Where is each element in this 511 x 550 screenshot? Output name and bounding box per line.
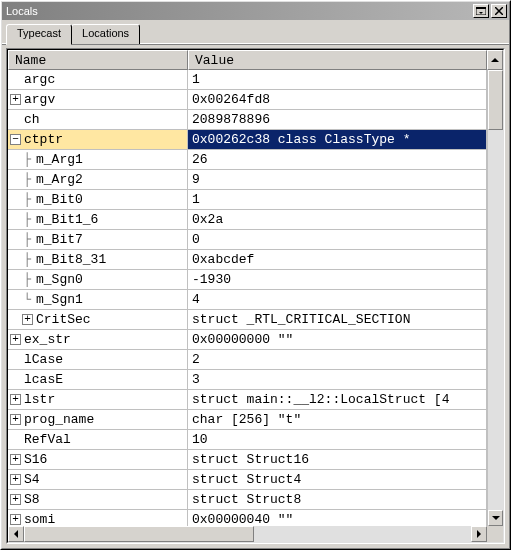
variable-row[interactable]: lcasE3 — [8, 370, 487, 390]
variable-row[interactable]: +CritSecstruct _RTL_CRITICAL_SECTION — [8, 310, 487, 330]
value-cell[interactable]: 0x2a — [188, 210, 487, 230]
variable-row[interactable]: ├m_Bit01 — [8, 190, 487, 210]
value-cell[interactable]: 3 — [188, 370, 487, 390]
variable-row[interactable]: ├m_Arg29 — [8, 170, 487, 190]
value-cell[interactable]: 2 — [188, 350, 487, 370]
variable-name: S8 — [24, 492, 187, 507]
value-cell[interactable]: 26 — [188, 150, 487, 170]
tree-branch-icon: ├ — [22, 152, 33, 167]
vscroll-track[interactable] — [488, 70, 503, 510]
value-cell[interactable]: 0x00262c38 class ClassType * — [188, 130, 487, 150]
scroll-left-button[interactable] — [8, 526, 24, 542]
variable-name: ctptr — [24, 132, 187, 147]
variable-row[interactable]: ├m_Sgn0-1930 — [8, 270, 487, 290]
value-cell[interactable]: 9 — [188, 170, 487, 190]
tab-locations[interactable]: Locations — [71, 24, 140, 44]
variable-row[interactable]: ch2089878896 — [8, 110, 487, 130]
header-label: Value — [195, 53, 234, 68]
value-cell[interactable]: 2089878896 — [188, 110, 487, 130]
variable-row[interactable]: ├m_Bit1_60x2a — [8, 210, 487, 230]
column-header-value[interactable]: Value — [188, 50, 487, 70]
value-cell[interactable]: struct Struct16 — [188, 450, 487, 470]
value-cell[interactable]: struct Struct4 — [188, 470, 487, 490]
collapse-icon[interactable]: − — [10, 134, 21, 145]
variable-row[interactable]: RefVal10 — [8, 430, 487, 450]
tree-branch-icon: ├ — [22, 192, 33, 207]
variable-row[interactable]: └m_Sgn14 — [8, 290, 487, 310]
variable-name: m_Bit7 — [36, 232, 187, 247]
value-cell[interactable]: 0 — [188, 230, 487, 250]
scroll-right-button[interactable] — [471, 526, 487, 542]
variable-row[interactable]: +S4struct Struct4 — [8, 470, 487, 490]
tree-branch-icon: ├ — [22, 212, 33, 227]
variable-name: S16 — [24, 452, 187, 467]
variable-row[interactable]: +S8struct Struct8 — [8, 490, 487, 510]
scroll-down-button[interactable] — [488, 510, 503, 526]
header-label: Name — [15, 53, 46, 68]
variable-row[interactable]: +ex_str0x00000000 "" — [8, 330, 487, 350]
value-cell[interactable]: struct _RTL_CRITICAL_SECTION — [188, 310, 487, 330]
variable-value: struct Struct8 — [192, 492, 301, 507]
variable-row[interactable]: +somi0x00000040 "" — [8, 510, 487, 526]
expand-icon[interactable]: + — [10, 394, 21, 405]
variable-value: 0x00000000 "" — [192, 332, 293, 347]
variable-name: argv — [24, 92, 187, 107]
value-cell[interactable]: struct Struct8 — [188, 490, 487, 510]
value-cell[interactable]: 4 — [188, 290, 487, 310]
name-cell: +S16 — [8, 450, 188, 470]
tree-branch-icon: ├ — [22, 232, 33, 247]
variable-value: 0x00262c38 class ClassType * — [192, 132, 410, 147]
expand-icon[interactable]: + — [10, 454, 21, 465]
titlebar-controls — [471, 4, 507, 18]
vscroll-thumb[interactable] — [488, 70, 503, 130]
variable-value: 0x00000040 "" — [192, 512, 293, 526]
scroll-left-icon — [12, 530, 20, 538]
expand-icon[interactable]: + — [10, 414, 21, 425]
variable-row[interactable]: ├m_Bit70 — [8, 230, 487, 250]
name-cell: ├m_Bit8_31 — [8, 250, 188, 270]
name-cell: └m_Sgn1 — [8, 290, 188, 310]
value-cell[interactable]: -1930 — [188, 270, 487, 290]
expand-icon[interactable]: + — [10, 494, 21, 505]
expand-icon[interactable]: + — [10, 474, 21, 485]
variable-row[interactable]: ├m_Bit8_310xabcdef — [8, 250, 487, 270]
variable-row[interactable]: +lstrstruct main::__l2::LocalStruct [4 — [8, 390, 487, 410]
variable-row[interactable]: −ctptr0x00262c38 class ClassType * — [8, 130, 487, 150]
value-cell[interactable]: 0x00264fd8 — [188, 90, 487, 110]
variable-row[interactable]: lCase2 — [8, 350, 487, 370]
variable-row[interactable]: +S16struct Struct16 — [8, 450, 487, 470]
column-header-name[interactable]: Name — [8, 50, 188, 70]
variable-row[interactable]: +argv0x00264fd8 — [8, 90, 487, 110]
dock-button[interactable] — [473, 4, 489, 18]
value-cell[interactable]: 1 — [188, 190, 487, 210]
expand-icon[interactable]: + — [10, 334, 21, 345]
variable-name: prog_name — [24, 412, 187, 427]
variable-value: 1 — [192, 192, 200, 207]
tree-branch-icon: ├ — [22, 272, 33, 287]
close-icon — [495, 7, 503, 15]
close-button[interactable] — [491, 4, 507, 18]
expand-icon[interactable]: + — [10, 94, 21, 105]
name-cell: lcasE — [8, 370, 188, 390]
tab-typecast[interactable]: Typecast — [6, 24, 72, 45]
variable-row[interactable]: argc1 — [8, 70, 487, 90]
value-cell[interactable]: 0x00000040 "" — [188, 510, 487, 526]
hscroll-thumb[interactable] — [24, 526, 254, 542]
value-cell[interactable]: 10 — [188, 430, 487, 450]
variable-row[interactable]: +prog_namechar [256] "t" — [8, 410, 487, 430]
horizontal-scrollbar[interactable] — [8, 526, 503, 542]
variable-value: 0x2a — [192, 212, 223, 227]
value-cell[interactable]: struct main::__l2::LocalStruct [4 — [188, 390, 487, 410]
scroll-up-button[interactable] — [487, 50, 503, 70]
expand-icon[interactable]: + — [22, 314, 33, 325]
vertical-scrollbar[interactable] — [487, 70, 503, 526]
value-cell[interactable]: 1 — [188, 70, 487, 90]
hscroll-track[interactable] — [24, 526, 471, 542]
value-cell[interactable]: char [256] "t" — [188, 410, 487, 430]
expand-icon[interactable]: + — [10, 514, 21, 525]
variable-row[interactable]: ├m_Arg126 — [8, 150, 487, 170]
value-cell[interactable]: 0x00000000 "" — [188, 330, 487, 350]
variable-name: m_Bit8_31 — [36, 252, 187, 267]
variable-value: 2089878896 — [192, 112, 270, 127]
value-cell[interactable]: 0xabcdef — [188, 250, 487, 270]
